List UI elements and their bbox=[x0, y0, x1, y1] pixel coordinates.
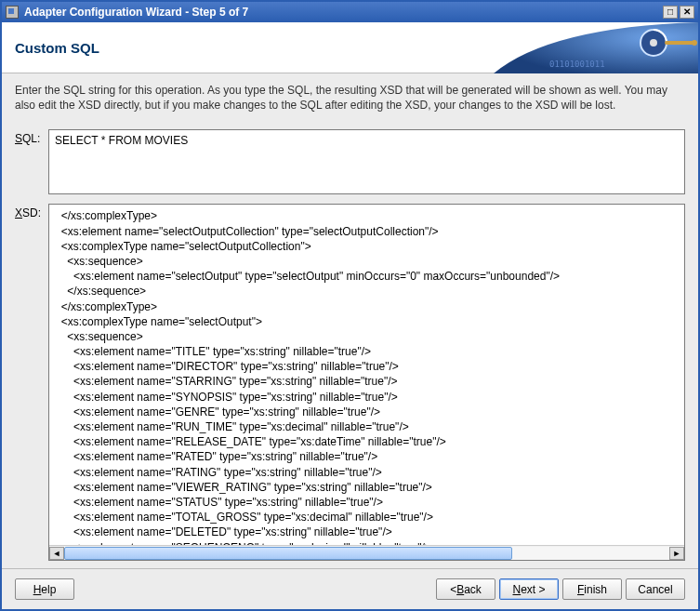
button-bar: Help < Back Next > Finish Cancel bbox=[2, 568, 698, 609]
help-button[interactable]: Help bbox=[15, 578, 74, 600]
instructions-text: Enter the SQL string for this operation.… bbox=[15, 83, 685, 113]
back-button[interactable]: < Back bbox=[436, 578, 495, 600]
xsd-textarea[interactable]: </xs:complexType> <xs:element name="sele… bbox=[49, 205, 684, 545]
svg-text:01101001011: 01101001011 bbox=[549, 60, 605, 69]
sql-input[interactable] bbox=[48, 129, 685, 194]
xsd-label: XSD: bbox=[15, 204, 48, 561]
page-title: Custom SQL bbox=[15, 40, 99, 56]
sql-row: SQL: bbox=[15, 129, 685, 194]
next-button[interactable]: Next > bbox=[499, 578, 559, 600]
window-title: Adapter Configuration Wizard - Step 5 of… bbox=[24, 6, 248, 19]
scroll-thumb[interactable] bbox=[64, 547, 512, 560]
banner: Custom SQL 01101001011 bbox=[2, 22, 698, 73]
content-area: Enter the SQL string for this operation.… bbox=[2, 73, 698, 568]
svg-point-1 bbox=[650, 39, 657, 46]
scroll-track[interactable] bbox=[64, 547, 669, 560]
scroll-right-arrow[interactable]: ► bbox=[669, 547, 684, 560]
finish-button[interactable]: Finish bbox=[562, 578, 622, 600]
titlebar[interactable]: Adapter Configuration Wizard - Step 5 of… bbox=[2, 2, 698, 22]
banner-graphic: 01101001011 bbox=[494, 22, 698, 73]
wizard-window: Adapter Configuration Wizard - Step 5 of… bbox=[0, 0, 700, 611]
scroll-left-arrow[interactable]: ◄ bbox=[49, 547, 64, 560]
xsd-row: XSD: </xs:complexType> <xs:element name=… bbox=[15, 204, 685, 561]
xsd-horizontal-scrollbar[interactable]: ◄ ► bbox=[49, 545, 684, 560]
cancel-button[interactable]: Cancel bbox=[626, 578, 685, 600]
maximize-button[interactable]: □ bbox=[663, 6, 678, 19]
svg-point-2 bbox=[692, 40, 697, 46]
xsd-box: </xs:complexType> <xs:element name="sele… bbox=[48, 204, 685, 561]
close-button[interactable]: ✕ bbox=[680, 6, 694, 19]
app-icon bbox=[6, 6, 19, 19]
sql-label: SQL: bbox=[15, 129, 48, 145]
